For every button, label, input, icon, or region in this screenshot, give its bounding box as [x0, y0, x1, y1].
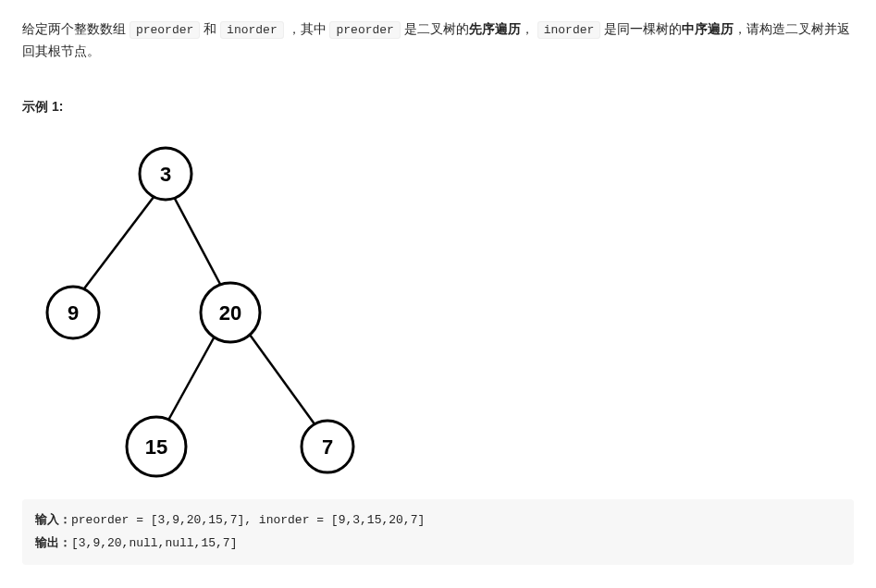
tree-node-value: 15: [145, 435, 167, 458]
code-preorder: preorder: [329, 21, 400, 39]
output-label: 输出：: [35, 535, 71, 549]
desc-text: ，其中: [284, 21, 330, 36]
desc-text: 是同一棵树的: [600, 21, 682, 36]
bold-preorder-traversal: 先序遍历: [469, 21, 521, 36]
tree-node-value: 20: [219, 300, 241, 324]
tree-edge: [73, 181, 166, 303]
problem-description: 给定两个整数数组 preorder 和 inorder ，其中 preorder…: [22, 18, 854, 63]
bold-inorder-traversal: 中序遍历: [682, 21, 734, 36]
desc-text: 和: [200, 21, 220, 36]
example-io-block: 输入：preorder = [3,9,20,15,7], inorder = […: [22, 499, 854, 565]
tree-node-value: 7: [322, 435, 333, 458]
code-inorder: inorder: [537, 21, 601, 39]
output-value: [3,9,20,null,null,15,7]: [71, 536, 237, 550]
example-heading: 示例 1:: [22, 96, 854, 118]
code-inorder: inorder: [220, 21, 284, 39]
code-preorder: preorder: [130, 21, 200, 39]
tree-diagram: 3 9 20 15 7: [22, 137, 854, 488]
input-label: 输入：: [35, 512, 71, 526]
desc-text: ，: [521, 21, 537, 36]
desc-text: 是二叉树的: [401, 21, 469, 36]
tree-svg: 3 9 20 15 7: [22, 137, 364, 488]
input-value: preorder = [3,9,20,15,7], inorder = [9,3…: [71, 513, 425, 527]
tree-node-value: 3: [160, 162, 171, 185]
desc-text: 给定两个整数数组: [22, 21, 130, 36]
tree-node-value: 9: [68, 300, 79, 324]
